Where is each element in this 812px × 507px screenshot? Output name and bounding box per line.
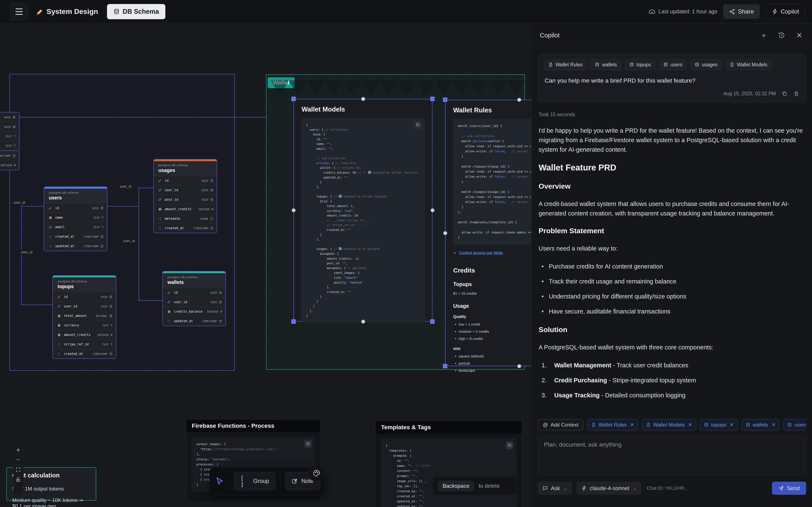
table-field-row[interactable]: UUID [0, 112, 19, 122]
send-button[interactable]: Send [772, 482, 806, 495]
table-field-row[interactable]: TEXTT [0, 141, 19, 151]
table-field-row[interactable]: total_amountDECIMAL [53, 311, 116, 321]
selection-handle[interactable] [443, 364, 447, 368]
chat-icon [542, 486, 548, 491]
table-field-row[interactable]: metadataJSONB{} [154, 214, 217, 223]
table-field-row[interactable]: created_atTIMESTAMP [44, 232, 107, 241]
close-sidebar-button[interactable]: ✕ [795, 31, 804, 40]
table-field-row[interactable]: INTEGER# [0, 160, 19, 170]
copilot-button[interactable]: Copilot [766, 4, 805, 19]
field-type: TEXT [5, 144, 12, 148]
selection-handle[interactable] [361, 320, 365, 324]
table-field-row[interactable]: UUID [0, 122, 19, 131]
table-partial1[interactable]: UUIDUUIDTEXTTTEXTT [0, 112, 19, 151]
share-button[interactable]: Share [723, 4, 760, 19]
selection-handle[interactable] [430, 97, 435, 101]
field-name: user_id [165, 188, 178, 192]
copy-code-button[interactable] [506, 441, 514, 449]
table-users[interactable]: postgres.db.schemausersidUUIDnameTEXTTem… [44, 186, 107, 251]
selection-handle[interactable] [517, 364, 521, 368]
select-tool[interactable] [215, 476, 224, 486]
table-field-row[interactable]: user_idUUID [53, 301, 116, 311]
diagram-canvas[interactable]: Walletuser_iduser_iduser_iduser_idpostgr… [0, 23, 531, 507]
composer-chip-wallet-rules[interactable]: Wallet Rules✕ [587, 419, 638, 431]
selection-handle[interactable] [430, 320, 435, 324]
field-name: email [55, 225, 65, 229]
remove-chip-button[interactable]: ✕ [688, 422, 692, 428]
selection-handle[interactable] [361, 97, 365, 101]
delete-message-button[interactable] [793, 91, 800, 97]
selection-handle[interactable] [291, 97, 296, 101]
table-topups[interactable]: postgres.db.schematopupsidUUIDuser_idUUI… [52, 275, 116, 359]
table-usages[interactable]: postgres.db.schemausagesidUUIDuser_idUUI… [153, 159, 217, 233]
table-field-row[interactable]: created_atTIMESTAMP [53, 349, 116, 358]
cursor-tool-icon [215, 476, 224, 486]
context-chip-topups[interactable]: topups [625, 59, 656, 70]
table-field-row[interactable]: updated_atTIMESTAMP [44, 241, 107, 251]
group-tool-button[interactable]: [ ]Group [234, 472, 275, 490]
table-field-row[interactable]: user_idUUID [154, 185, 217, 195]
selection-handle[interactable] [443, 231, 447, 235]
remove-chip-button[interactable]: ✕ [772, 422, 775, 428]
context-chip-usages[interactable]: usages [690, 59, 722, 70]
selection-handle[interactable] [443, 98, 447, 102]
copy-code-button[interactable] [304, 440, 312, 448]
table-field-row[interactable]: stripe_ref_idTEXTT [53, 339, 116, 349]
control-access-link[interactable]: Control access per fields [459, 250, 503, 255]
table-field-row[interactable]: amount_creditsINTEGER# [154, 204, 217, 214]
unlock-button[interactable] [13, 475, 23, 485]
context-chip-wallet-models[interactable]: Wallet Models [725, 59, 772, 70]
palette-button[interactable] [308, 465, 325, 482]
table-field-row[interactable]: currencyTEXTT [53, 321, 116, 330]
composer-chip-users[interactable]: users✕ [783, 419, 806, 431]
selection-handle[interactable] [291, 320, 296, 324]
wallet-rules-panel[interactable]: Wallet Rulesmatch /users/{user_id} { // … [445, 100, 531, 366]
chat-scroll-area[interactable]: Wallet RuleswalletstopupsusersusagesWall… [531, 47, 812, 439]
copy-code-button[interactable] [414, 121, 422, 129]
table-field-row[interactable]: post_idUUID [154, 195, 217, 204]
context-chip-wallets[interactable]: wallets [591, 59, 621, 70]
table-field-row[interactable]: updated_atTIMESTAMP [163, 316, 225, 326]
zoom-out-button[interactable]: − [13, 455, 23, 464]
table-partial2[interactable]: TIMESTAMPINTEGER# [0, 151, 19, 170]
remove-chip-button[interactable]: ✕ [630, 422, 634, 428]
selection-handle[interactable] [517, 98, 521, 102]
table-field-row[interactable]: TIMESTAMP [0, 151, 19, 160]
menu-button[interactable] [10, 3, 28, 20]
table-field-row[interactable]: created_atTIMESTAMP [154, 223, 217, 233]
table-field-row[interactable]: TEXTT [0, 131, 19, 141]
table-field-row[interactable]: amount_creditsINTEGER# [53, 330, 116, 339]
context-chip-wallet-rules[interactable]: Wallet Rules [544, 59, 587, 70]
table-field-row[interactable]: user_idUUID [163, 297, 225, 307]
add-context-button[interactable]: @ Add Context [538, 419, 583, 431]
prompt-input[interactable]: Plan, document, ask anything [538, 435, 806, 475]
group-icon: [ ] [241, 475, 250, 488]
selection-handle[interactable] [430, 208, 435, 212]
table-field-row[interactable]: emailTEXTT [44, 222, 107, 232]
selection-handle[interactable] [292, 208, 296, 212]
history-button[interactable] [777, 31, 786, 40]
table-schema: postgres.db.schema [167, 275, 221, 279]
table-field-row[interactable]: credits_balanceINTEGER# [163, 307, 225, 316]
table-field-row[interactable]: nameTEXTT [44, 213, 107, 222]
table-wallets[interactable]: postgres.db.schemawalletsidUUIDuser_idUU… [162, 271, 226, 326]
new-chat-button[interactable]: ＋ [760, 31, 768, 40]
composer-chip-wallet-models[interactable]: Wallet Models✕ [642, 419, 696, 431]
field-name: user_id [64, 304, 77, 308]
wallet-models-panel[interactable]: Wallet Models{ users: { // collection $u… [294, 99, 433, 322]
fit-view-button[interactable] [13, 465, 23, 474]
composer-chip-topups[interactable]: topups✕ [700, 419, 738, 431]
table-field-row[interactable]: idUUID [163, 288, 225, 297]
composer-chip-wallets[interactable]: wallets✕ [742, 419, 780, 431]
table-field-row[interactable]: idUUID [154, 176, 217, 185]
zoom-in-button[interactable]: ＋ [13, 445, 23, 455]
context-chip-users[interactable]: users [659, 59, 687, 70]
table-field-row[interactable]: idUUID [44, 203, 107, 213]
tab-db-schema[interactable]: DB Schema [107, 4, 165, 19]
remove-chip-button[interactable]: ✕ [730, 422, 733, 428]
nullable-field-icon [58, 343, 60, 346]
model-dropdown[interactable]: claude-4-sonnet ⌄ [577, 482, 641, 495]
table-field-row[interactable]: idUUID [53, 292, 116, 301]
copy-message-button[interactable] [781, 91, 788, 97]
ask-mode-dropdown[interactable]: Ask ⌄ [538, 482, 572, 495]
